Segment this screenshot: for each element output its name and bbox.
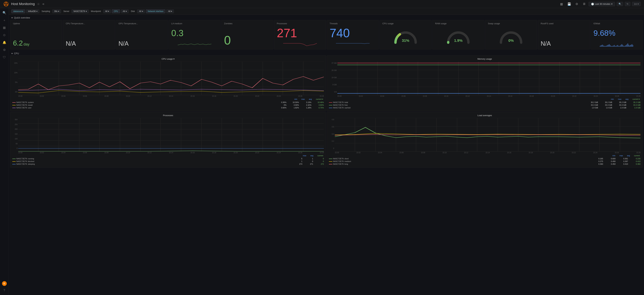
svg-rect-35 [622,44,622,47]
svg-rect-45 [630,45,630,47]
influxdb-filter[interactable]: InfluxDB ▾ [26,10,39,13]
time-range-button[interactable]: 🕐 Last 30 minutes ▾ [588,2,615,6]
svg-rect-13 [603,46,604,47]
processes-x-labels: 15:0015:0215:0415:0615:08 15:1015:1215:1… [12,152,324,155]
ram-usage-card: RAM usage 1.9% [432,20,484,49]
collapse-icon: ▾ [12,16,13,19]
sidebar-item-explore[interactable]: ⊙ [1,32,8,38]
svg-rect-44 [629,46,630,47]
gpu-temp-card: GPU Temperature... N/A [116,20,168,49]
refresh-interval-button[interactable]: 1m ▾ [632,2,641,6]
charts-row-1: CPU usage ▾ 15% 10% 5% 0% [10,56,643,111]
disk-all: All [139,10,141,13]
cpu-usage-chart: CPU usage ▾ 15% 10% 5% 0% [10,56,326,111]
quick-overview-header[interactable]: ▾ Quick overview [9,15,644,20]
charts-section: CPU usage ▾ 15% 10% 5% 0% [9,56,644,169]
mountpoint-filter[interactable]: All ▾ [103,10,111,13]
sidebar-item-search[interactable]: 🔍 [1,10,8,16]
gpu-temp-value: N/A [118,40,165,47]
cpu-temp-value: N/A [66,40,112,47]
share-icon[interactable]: ⊲ [42,3,44,6]
sidebar-item-shield[interactable]: 🛡 [1,54,8,60]
cpu-tag[interactable]: CPU [112,10,120,13]
processes-legend-header: max avg current [12,155,324,157]
cpu-usage-title: CPU usage [382,22,429,25]
threads-card: Threads 740 [327,20,379,49]
svg-rect-43 [628,45,629,47]
rootfs-value: N/A [541,40,587,47]
chart-type-button[interactable]: ▦ [559,2,564,7]
server-filter[interactable]: NASC72E79 ▾ [72,10,88,13]
memory-chart-title: Memory usage [329,58,640,60]
svg-rect-41 [627,44,627,47]
tv-button[interactable]: 🖥 [581,2,587,7]
uptime-title: Uptime [13,22,59,25]
chevron-influxdb: ▾ [36,10,38,13]
cpu-temp-card: CPU Temperature... N/A [63,20,115,49]
network-filter[interactable]: All ▾ [166,10,174,13]
time-range-label: Last 30 minutes [595,3,610,5]
sidebar-item-alerts[interactable]: 🔔 [1,40,8,46]
sidebar-item-dashboards[interactable]: ▦ [1,25,8,31]
cpu-filter[interactable]: All ▾ [121,10,128,13]
sampling-value: 30s [54,10,58,13]
svg-rect-26 [614,45,614,47]
cpu-all: All [123,10,125,13]
legend-row-long: NASC72E79: long 0.360 0.450 0.410 0.360 [329,163,640,165]
user-avatar[interactable]: G [2,281,7,286]
cpu-x-labels: 15:0015:0215:0415:0615:08 15:1015:1215:1… [12,95,324,98]
datasource-tag[interactable]: datasource [12,10,25,13]
processes-chart-panel: Processes 300 250 200 150 100 50 0 [10,112,326,168]
memory-chart-area: 37 GiB 28 GiB 19 GiB 9 GiB 0 B [329,62,640,95]
svg-rect-37 [623,46,624,47]
svg-rect-12 [602,45,603,47]
svg-rect-36 [622,45,623,47]
cpu-usage-gauge: 31% [382,26,429,47]
sidebar-item-help[interactable]: ? [1,287,8,293]
settings-button[interactable]: ⚙ [574,2,580,7]
processes-y-axis: 300 250 200 150 100 50 0 [12,118,18,152]
disk-filter[interactable]: All ▾ [137,10,145,13]
zoom-out-button[interactable]: 🔍 [617,2,623,6]
load-chart-area: 0.8 0.6 0.4 0.2 0 [329,118,640,152]
refresh-button[interactable]: ↻ [625,2,630,6]
cpu-y-axis: 15% 10% 5% 0% [12,62,18,95]
processes-chart-area: 300 250 200 150 100 50 0 [12,118,324,152]
load-averages-chart: Load averages 0.8 0.6 0.4 0.2 0 [327,112,643,168]
chevron-mountpoint: ▾ [108,10,109,13]
memory-legend-header: min max avg current ▾ [329,98,640,100]
quick-overview-title: Quick overview [14,16,30,19]
chevron-disk: ▾ [142,10,143,13]
svg-rect-23 [612,46,612,47]
influxdb-label: InfluxDB [28,10,36,13]
app-logo [3,1,9,7]
memory-usage-chart: Memory usage 37 GiB 28 GiB 19 GiB 9 GiB … [327,56,643,111]
svg-rect-40 [626,45,626,47]
svg-rect-11 [601,45,602,47]
star-icon[interactable]: ☆ [37,2,40,6]
svg-rect-32 [619,46,620,47]
svg-point-1 [5,3,7,5]
save-button[interactable]: 💾 [566,2,572,7]
threads-value: 740 [330,26,376,40]
load-x-labels: 15:0015:0215:0415:0615:08 15:1015:1215:1… [329,152,640,155]
cpu-section-title: CPU [14,52,19,55]
uptime-value: 6.2 [13,39,23,47]
disk-label: Disk [130,10,136,13]
cpu-collapse-icon: ▾ [12,52,13,55]
svg-rect-30 [618,45,618,47]
memory-y-axis: 37 GiB 28 GiB 19 GiB 9 GiB 0 B [329,62,337,95]
swap-usage-title: Swap usage [488,22,534,25]
zombies-value: 0 [224,33,270,47]
legend-row-short: NASC72E79: short 0.165 0.600 0.361 0.235 [329,157,640,160]
processes-value: 271 [277,26,323,40]
sidebar-item-add[interactable]: ＋ [1,17,8,23]
main-content: datasource InfluxDB ▾ Sampling 30s ▾ Ser… [9,8,644,295]
sampling-filter[interactable]: 30s ▾ [52,10,61,13]
svg-rect-29 [616,45,617,47]
cpu-section-header[interactable]: ▾ CPU [9,51,644,56]
processes-chart-title: Processes [12,114,324,117]
iowait-value: 9.68% [594,29,640,38]
network-tag[interactable]: Network interface [146,10,165,13]
sidebar-item-settings[interactable]: ⚙ [1,47,8,53]
